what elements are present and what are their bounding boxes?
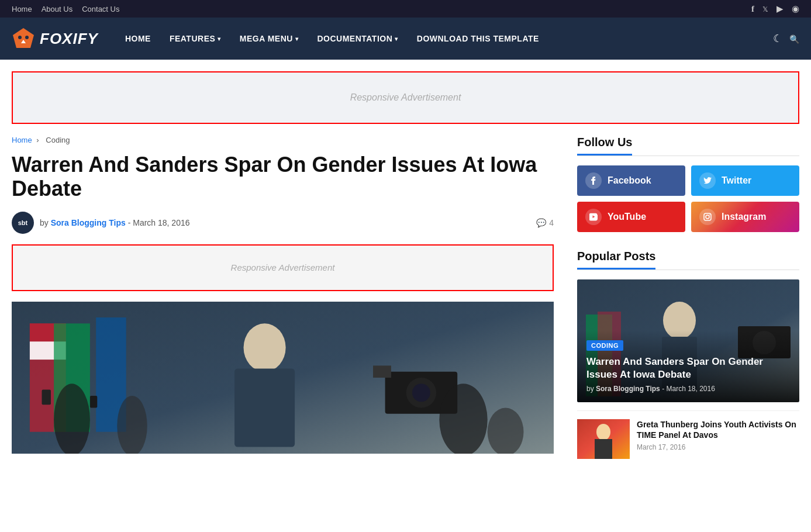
nav-download[interactable]: DOWNLOAD THIS TEMPLATE bbox=[408, 18, 548, 60]
svg-point-3 bbox=[18, 36, 22, 39]
popular-post-small-date: March 17, 2016 bbox=[637, 443, 799, 451]
svg-rect-19 bbox=[90, 396, 97, 408]
article-ad-banner: Responsive Advertisement bbox=[12, 244, 554, 291]
twitter-topbar-icon[interactable] bbox=[762, 4, 768, 14]
article-ad-text: Responsive Advertisement bbox=[231, 262, 335, 272]
svg-point-21 bbox=[117, 396, 147, 454]
popular-post-small-info: Greta Thunberg Joins Youth Activists On … bbox=[637, 419, 799, 451]
topbar-home-link[interactable]: Home bbox=[12, 5, 32, 13]
facebook-follow-btn[interactable]: Facebook bbox=[577, 165, 685, 196]
logo[interactable]: FOXIFY bbox=[12, 27, 98, 50]
twitter-label: Twitter bbox=[722, 175, 751, 186]
svg-point-12 bbox=[244, 323, 286, 371]
author-row: sbt by Sora Blogging Tips - March 18, 20… bbox=[12, 212, 554, 234]
svg-rect-24 bbox=[704, 213, 711, 220]
svg-point-35 bbox=[596, 424, 610, 440]
rss-topbar-icon[interactable] bbox=[792, 4, 799, 14]
twitter-follow-btn[interactable]: Twitter bbox=[691, 165, 799, 196]
svg-point-22 bbox=[439, 384, 487, 454]
svg-rect-15 bbox=[373, 365, 391, 378]
instagram-btn-icon bbox=[699, 209, 716, 225]
nav-links: HOME FEATURES MEGA MENU DOCUMENTATION DO… bbox=[116, 18, 773, 60]
breadcrumb-separator: › bbox=[36, 136, 39, 144]
popular-post-large-overlay: CODING Warren And Sanders Spar On Gender… bbox=[577, 330, 799, 402]
popular-post-small-image bbox=[577, 419, 630, 459]
youtube-label: YouTube bbox=[608, 212, 646, 222]
popular-post-small-title: Greta Thunberg Joins Youth Activists On … bbox=[637, 419, 799, 440]
top-bar: Home About Us Contact Us bbox=[0, 0, 811, 18]
logo-text: FOXIFY bbox=[40, 30, 98, 48]
popular-post-large-title: Warren And Sanders Spar On Gender Issues… bbox=[586, 355, 790, 381]
article-area: Home › Coding Warren And Sanders Spar On… bbox=[12, 136, 571, 459]
popular-posts-section: Popular Posts bbox=[577, 250, 799, 459]
svg-point-17 bbox=[412, 384, 430, 402]
nav-mega-menu[interactable]: MEGA MENU bbox=[230, 18, 308, 60]
popular-post-author-link[interactable]: Sora Blogging Tips bbox=[596, 385, 660, 393]
author-link[interactable]: Sora Blogging Tips bbox=[51, 218, 126, 227]
fox-logo-icon bbox=[12, 27, 35, 50]
nav-home[interactable]: HOME bbox=[116, 18, 160, 60]
top-ad-banner: Responsive Advertisement bbox=[12, 71, 799, 124]
instagram-follow-btn[interactable]: Instagram bbox=[691, 202, 799, 232]
article-hero-image bbox=[12, 302, 554, 454]
author-info: sbt by Sora Blogging Tips - March 18, 20… bbox=[12, 212, 190, 234]
youtube-btn-icon bbox=[585, 209, 602, 225]
content-wrapper: Home › Coding Warren And Sanders Spar On… bbox=[0, 136, 811, 459]
breadcrumb-home[interactable]: Home bbox=[12, 136, 32, 144]
topbar-contact-link[interactable]: Contact Us bbox=[82, 5, 119, 13]
topbar-about-link[interactable]: About Us bbox=[42, 5, 73, 13]
popular-post-large-date: March 18, 2016 bbox=[666, 385, 715, 393]
coding-badge: CODING bbox=[586, 340, 623, 351]
top-bar-links: Home About Us Contact Us bbox=[12, 5, 119, 13]
popular-post-small-thumb bbox=[577, 419, 630, 459]
svg-marker-0 bbox=[13, 28, 34, 48]
facebook-btn-icon bbox=[585, 172, 602, 189]
main-nav: FOXIFY HOME FEATURES MEGA MENU DOCUMENTA… bbox=[0, 18, 811, 60]
facebook-label: Facebook bbox=[608, 175, 651, 186]
svg-rect-13 bbox=[234, 368, 295, 447]
article-title: Warren And Sanders Spar On Gender Issues… bbox=[12, 153, 554, 201]
twitter-btn-icon bbox=[699, 172, 716, 189]
comment-bubble-icon: 💬 bbox=[536, 218, 546, 227]
nav-documentation[interactable]: DOCUMENTATION bbox=[308, 18, 407, 60]
popular-post-large-meta: by Sora Blogging Tips - March 18, 2016 bbox=[586, 385, 790, 393]
top-ad-text: Responsive Advertisement bbox=[350, 92, 461, 103]
nav-features[interactable]: FEATURES bbox=[160, 18, 230, 60]
svg-rect-36 bbox=[595, 439, 612, 459]
instagram-label: Instagram bbox=[722, 212, 766, 222]
nav-right-icons bbox=[773, 32, 799, 45]
youtube-follow-btn[interactable]: YouTube bbox=[577, 202, 685, 232]
follow-heading: Follow Us bbox=[577, 136, 632, 149]
comment-number: 4 bbox=[549, 218, 554, 227]
breadcrumb-current: Coding bbox=[46, 136, 70, 144]
article-date: March 18, 2016 bbox=[133, 218, 189, 227]
sidebar: Follow Us Facebook Twitter bbox=[571, 136, 799, 459]
svg-point-26 bbox=[709, 215, 710, 216]
svg-point-4 bbox=[25, 36, 29, 39]
popular-posts-heading: Popular Posts bbox=[577, 250, 655, 263]
popular-post-small[interactable]: Greta Thunberg Joins Youth Activists On … bbox=[577, 410, 799, 459]
popular-post-large[interactable]: CODING Warren And Sanders Spar On Gender… bbox=[577, 279, 799, 402]
author-separator: - bbox=[128, 218, 133, 227]
comment-count[interactable]: 💬 4 bbox=[536, 218, 554, 227]
follow-section: Follow Us Facebook Twitter bbox=[577, 136, 799, 232]
youtube-topbar-icon[interactable] bbox=[777, 4, 784, 14]
svg-point-25 bbox=[706, 215, 709, 219]
follow-grid: Facebook Twitter YouTube bbox=[577, 165, 799, 232]
author-avatar: sbt bbox=[12, 212, 34, 234]
search-icon[interactable] bbox=[789, 33, 799, 45]
svg-rect-18 bbox=[42, 389, 51, 405]
breadcrumb: Home › Coding bbox=[12, 136, 554, 144]
author-meta: by Sora Blogging Tips - March 18, 2016 bbox=[40, 218, 190, 227]
article-image-svg bbox=[12, 302, 554, 454]
dark-mode-icon[interactable] bbox=[773, 32, 782, 45]
top-bar-social-icons bbox=[751, 4, 799, 14]
svg-point-20 bbox=[54, 384, 90, 454]
facebook-topbar-icon[interactable] bbox=[751, 4, 754, 14]
